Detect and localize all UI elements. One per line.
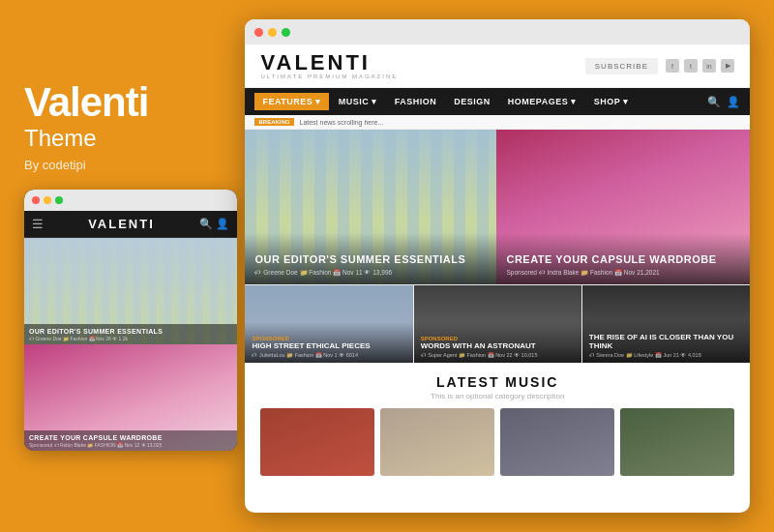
mini-card2-title: CREATE YOUR CAPSULE WARDROBE xyxy=(29,434,232,441)
music-card1-bg xyxy=(260,408,374,476)
site-logo-main: VALENTI xyxy=(260,52,398,74)
site-logo: VALENTI ULTIMATE PREMIUM MAGAZINE xyxy=(260,52,398,79)
small-card2[interactable]: Sponsored WORDS WITH AN ASTRONAUT 🏷 Supe… xyxy=(414,285,582,363)
featured-card1-meta: 🏷 Greene Doe 📁 Fashion 📅 Nov 11 👁 13,996 xyxy=(254,269,487,277)
featured-card1[interactable]: OUR EDITOR'S SUMMER ESSENTIALS 🏷 Greene … xyxy=(245,130,496,284)
brand-title: Valenti xyxy=(24,82,148,123)
music-card1[interactable] xyxy=(260,408,374,476)
content-area: OUR EDITOR'S SUMMER ESSENTIALS 🏷 Greene … xyxy=(245,130,750,513)
mini-nav-icons: 🔍 👤 xyxy=(199,218,229,230)
small-card1-overlay: Sponsored HIGH STREET ETHICAL PIECES 🏷 J… xyxy=(245,322,412,363)
site-nav: FEATURES ▾ MUSIC ▾ FASHION DESIGN HOMEPA… xyxy=(245,88,750,115)
music-card4[interactable] xyxy=(620,408,734,476)
nav-fashion[interactable]: FASHION xyxy=(387,93,445,110)
small-card3-overlay: THE RISE OF AI IS CLOSER THAN YOU THINK … xyxy=(582,319,750,363)
main-browser: VALENTI ULTIMATE PREMIUM MAGAZINE SUBSCR… xyxy=(245,19,750,513)
facebook-icon[interactable]: f xyxy=(666,59,679,73)
music-cards-row xyxy=(260,408,734,476)
mini-card1-overlay: OUR EDITOR'S SUMMER ESSENTIALS 🏷 Greene … xyxy=(24,324,237,344)
main-dot-green[interactable] xyxy=(282,28,290,37)
site-header: VALENTI ULTIMATE PREMIUM MAGAZINE SUBSCR… xyxy=(245,44,750,88)
brand-by: By codetipi xyxy=(24,158,86,172)
small-card1[interactable]: Sponsored HIGH STREET ETHICAL PIECES 🏷 J… xyxy=(245,285,413,363)
latest-music-subtitle: This is an optional category description xyxy=(260,392,734,400)
site-header-right: SUBSCRIBE f t in ▶ xyxy=(585,58,734,74)
twitter-icon[interactable]: t xyxy=(684,59,698,73)
small-card1-meta: 🏷 JuliettaLou 📁 Fashion 📅 Nov 1 👁 6014 xyxy=(252,352,405,358)
mini-browser-bar xyxy=(24,190,237,211)
main-dot-yellow[interactable] xyxy=(268,28,277,37)
dot-green[interactable] xyxy=(55,196,63,204)
main-dot-red[interactable] xyxy=(254,28,263,37)
site-logo-sub: ULTIMATE PREMIUM MAGAZINE xyxy=(260,74,398,79)
main-browser-bar xyxy=(245,19,750,44)
nav-search-icon[interactable]: 🔍 xyxy=(707,96,721,108)
nav-user-icon[interactable]: 👤 xyxy=(727,96,740,108)
mini-site-logo: VALENTI xyxy=(88,217,155,231)
mini-browser: ☰ VALENTI 🔍 👤 OUR EDITOR'S SUMMER ESSENT… xyxy=(24,190,237,451)
nav-features[interactable]: FEATURES ▾ xyxy=(254,93,328,110)
breaking-text: Latest news scrolling here... xyxy=(300,119,384,126)
nav-shop[interactable]: SHOP ▾ xyxy=(586,93,637,110)
social-icons: f t in ▶ xyxy=(666,59,734,73)
mini-nav: ☰ VALENTI 🔍 👤 xyxy=(24,211,237,238)
featured-card2-overlay: CREATE YOUR CAPSULE WARDROBE Sponsored 🏷… xyxy=(496,233,750,284)
small-card2-title: WORDS WITH AN ASTRONAUT xyxy=(421,341,575,351)
music-card3-bg xyxy=(500,408,614,476)
mini-card2-meta: Sponsored 🏷 Robin Blake 📁 FASHION 📅 Nov … xyxy=(29,442,232,448)
mini-browser-content: ☰ VALENTI 🔍 👤 OUR EDITOR'S SUMMER ESSENT… xyxy=(24,211,237,451)
secondary-row: Sponsored HIGH STREET ETHICAL PIECES 🏷 J… xyxy=(245,284,750,362)
mini-card1: OUR EDITOR'S SUMMER ESSENTIALS 🏷 Greene … xyxy=(24,238,237,344)
dot-yellow[interactable] xyxy=(44,196,51,204)
music-card2[interactable] xyxy=(380,408,494,476)
music-card3[interactable] xyxy=(500,408,614,476)
small-card2-meta: 🏷 Super Agent 📁 Fashion 📅 Nov 22 👁 10,01… xyxy=(421,352,575,358)
nav-design[interactable]: DESIGN xyxy=(446,93,498,110)
left-panel: Valenti Theme By codetipi ☰ VALENTI 🔍 👤 … xyxy=(24,82,245,451)
featured-row: OUR EDITOR'S SUMMER ESSENTIALS 🏷 Greene … xyxy=(245,130,750,284)
instagram-icon[interactable]: in xyxy=(702,59,716,73)
breaking-bar: BREAKING Latest news scrolling here... xyxy=(245,115,750,130)
small-card3[interactable]: THE RISE OF AI IS CLOSER THAN YOU THINK … xyxy=(582,285,750,363)
music-card2-bg xyxy=(380,408,494,476)
featured-card2-title: CREATE YOUR CAPSULE WARDROBE xyxy=(506,252,740,266)
featured-card1-overlay: OUR EDITOR'S SUMMER ESSENTIALS 🏷 Greene … xyxy=(245,233,496,284)
mini-card2-overlay: CREATE YOUR CAPSULE WARDROBE Sponsored 🏷… xyxy=(24,430,237,451)
small-card1-title: HIGH STREET ETHICAL PIECES xyxy=(252,341,405,351)
featured-card1-title: OUR EDITOR'S SUMMER ESSENTIALS xyxy=(254,252,487,266)
nav-music[interactable]: MUSIC ▾ xyxy=(331,93,385,110)
mini-card2: CREATE YOUR CAPSULE WARDROBE Sponsored 🏷… xyxy=(24,344,237,451)
dot-red[interactable] xyxy=(32,196,40,204)
brand-subtitle: Theme xyxy=(24,125,97,152)
mini-card1-meta: 🏷 Greene Doe 📁 Fashion 📅 Nov 28 👁 1.2k xyxy=(29,336,232,341)
latest-music-section: LATEST MUSIC This is an optional categor… xyxy=(245,362,750,486)
mini-card1-title: OUR EDITOR'S SUMMER ESSENTIALS xyxy=(29,328,232,335)
subscribe-button[interactable]: SUBSCRIBE xyxy=(585,58,658,74)
latest-music-title: LATEST MUSIC xyxy=(260,374,734,390)
small-card3-meta: 🏷 Sienna Doe 📁 Lifestyle 📅 Jun 21 👁 4,01… xyxy=(589,352,743,358)
small-card3-title: THE RISE OF AI IS CLOSER THAN YOU THINK xyxy=(589,333,743,351)
hamburger-icon[interactable]: ☰ xyxy=(32,217,44,231)
featured-card2-meta: Sponsored 🏷 Indra Blake 📁 Fashion 📅 Nov … xyxy=(506,269,740,277)
featured-card2[interactable]: CREATE YOUR CAPSULE WARDROBE Sponsored 🏷… xyxy=(496,130,750,284)
breaking-label: BREAKING xyxy=(254,118,293,126)
nav-homepages[interactable]: HOMEPAGES ▾ xyxy=(500,93,584,110)
music-card4-bg xyxy=(620,408,734,476)
small-card2-overlay: Sponsored WORDS WITH AN ASTRONAUT 🏷 Supe… xyxy=(414,322,581,363)
youtube-icon[interactable]: ▶ xyxy=(721,59,734,73)
